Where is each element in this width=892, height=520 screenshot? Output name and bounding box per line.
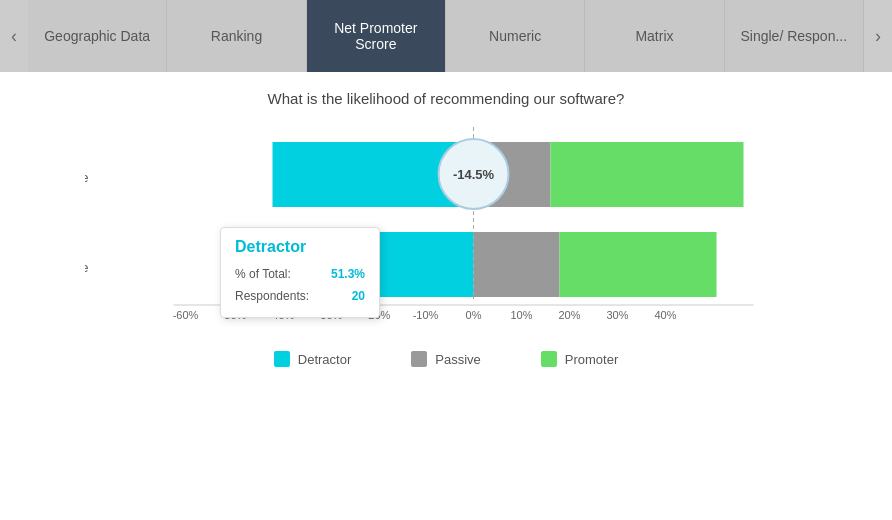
tab-single[interactable]: Single/ Respon... [725,0,864,72]
tooltip-title: Detractor [235,238,365,256]
female-promoter-bar [560,232,717,297]
tab-ranking[interactable]: Ranking [167,0,306,72]
svg-text:-10%: -10% [413,309,439,321]
legend-passive: Passive [411,351,481,367]
tooltip-resp-row: Respondents: 20 [235,286,365,308]
bar-chart-svg: -14.5% Male Female -60% -50% -40% -30% -… [85,127,862,337]
passive-legend-box [411,351,427,367]
legend-promoter: Promoter [541,351,618,367]
svg-text:0%: 0% [466,309,482,321]
tooltip-pct-row: % of Total: 51.3% [235,264,365,286]
chart-wrapper: -14.5% Male Female -60% -50% -40% -30% -… [30,127,862,337]
male-nps-label: -14.5% [453,167,495,182]
chart-area: What is the likelihood of recommending o… [0,72,892,385]
detractor-legend-label: Detractor [298,352,351,367]
tooltip-pct-value: 51.3% [331,264,365,286]
tabs-container: ‹ Geographic Data Ranking Net Promoter S… [0,0,892,72]
chart-title: What is the likelihood of recommending o… [30,90,862,107]
passive-legend-label: Passive [435,352,481,367]
svg-text:40%: 40% [654,309,676,321]
tooltip-resp-label: Respondents: [235,286,309,308]
tab-nps[interactable]: Net Promoter Scrore [307,0,446,72]
svg-text:10%: 10% [510,309,532,321]
next-arrow[interactable]: › [864,0,892,72]
svg-text:20%: 20% [558,309,580,321]
tooltip: Detractor % of Total: 51.3% Respondents:… [220,227,380,318]
promoter-legend-label: Promoter [565,352,618,367]
legend-detractor: Detractor [274,351,351,367]
svg-text:30%: 30% [606,309,628,321]
prev-arrow[interactable]: ‹ [0,0,28,72]
tab-numeric[interactable]: Numeric [446,0,585,72]
female-passive-bar [474,232,560,297]
male-promoter-bar [551,142,744,207]
tooltip-resp-value: 20 [352,286,365,308]
tabs-scroll: Geographic Data Ranking Net Promoter Scr… [28,0,864,72]
detractor-legend-box [274,351,290,367]
legend: Detractor Passive Promoter [30,351,862,375]
tab-matrix[interactable]: Matrix [585,0,724,72]
tooltip-pct-label: % of Total: [235,264,291,286]
male-label: Male [85,170,89,185]
promoter-legend-box [541,351,557,367]
tab-geographic[interactable]: Geographic Data [28,0,167,72]
female-label: Female [85,260,89,275]
svg-text:-60%: -60% [173,309,199,321]
